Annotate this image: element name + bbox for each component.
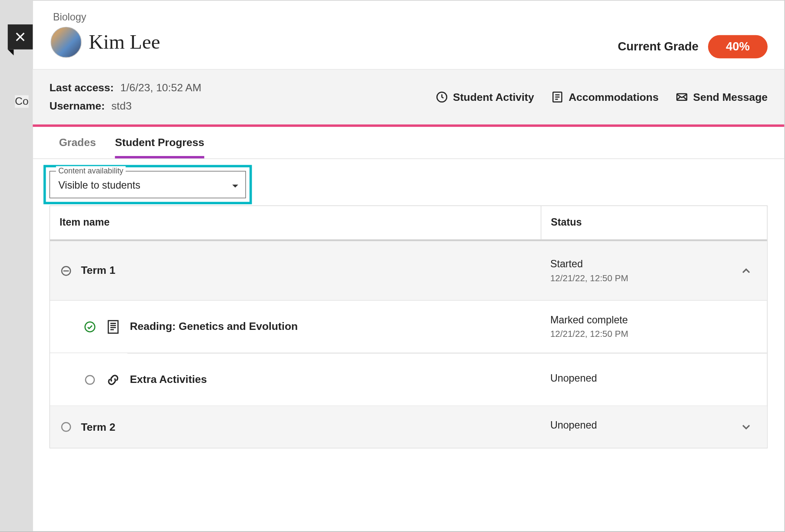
row-name: Term 1 bbox=[81, 264, 115, 277]
table-row: Reading: Genetics and Evolution Marked c… bbox=[50, 301, 767, 353]
circle-empty-icon bbox=[83, 373, 96, 386]
clock-icon bbox=[435, 90, 448, 103]
progress-partial-icon bbox=[60, 264, 73, 277]
username-label: Username: bbox=[50, 100, 105, 112]
table-row: Extra Activities Unopened bbox=[50, 354, 767, 406]
row-status-date: 12/21/22, 12:50 PM bbox=[550, 273, 716, 283]
chevron-down-icon bbox=[740, 420, 753, 433]
svg-point-7 bbox=[86, 375, 94, 384]
close-button[interactable] bbox=[8, 24, 33, 50]
avatar bbox=[50, 27, 81, 58]
last-access-value: 1/6/23, 10:52 AM bbox=[120, 82, 201, 93]
send-message-link[interactable]: Send Message bbox=[675, 90, 767, 103]
expand-toggle[interactable] bbox=[725, 411, 767, 443]
student-activity-label: Student Activity bbox=[453, 91, 534, 103]
tab-grades[interactable]: Grades bbox=[59, 127, 96, 159]
row-status: Unopened bbox=[550, 372, 716, 384]
row-name: Term 2 bbox=[81, 421, 115, 433]
document-icon bbox=[105, 318, 121, 335]
row-name[interactable]: Extra Activities bbox=[130, 373, 207, 386]
svg-point-8 bbox=[62, 422, 70, 431]
username-value: std3 bbox=[111, 100, 132, 112]
current-grade-pill: 40% bbox=[708, 35, 768, 58]
student-progress-panel: Biology Kim Lee Current Grade 40% Last a… bbox=[33, 0, 785, 532]
row-name[interactable]: Reading: Genetics and Evolution bbox=[130, 320, 298, 333]
svg-rect-4 bbox=[63, 270, 69, 271]
svg-rect-6 bbox=[108, 320, 118, 333]
student-name: Kim Lee bbox=[89, 31, 160, 53]
close-button-shadow bbox=[8, 50, 14, 56]
table-row: Term 2 Unopened bbox=[50, 406, 767, 448]
content-availability-select[interactable]: Content availability Visible to students bbox=[50, 171, 246, 198]
current-grade-label: Current Grade bbox=[618, 40, 699, 54]
accommodations-link[interactable]: Accommodations bbox=[551, 90, 659, 103]
background-obscured-panel: Co bbox=[0, 0, 33, 532]
panel-header: Biology Kim Lee Current Grade 40% bbox=[33, 0, 784, 69]
content-availability-legend: Content availability bbox=[56, 166, 126, 175]
circle-empty-icon bbox=[60, 420, 73, 433]
chevron-down-icon bbox=[232, 184, 238, 187]
student-activity-link[interactable]: Student Activity bbox=[435, 90, 534, 103]
tab-bar: Grades Student Progress bbox=[33, 127, 784, 159]
accommodations-label: Accommodations bbox=[569, 91, 659, 103]
list-icon bbox=[551, 90, 564, 103]
row-status-date: 12/21/22, 12:50 PM bbox=[550, 329, 716, 339]
link-icon bbox=[105, 371, 121, 388]
col-item-name: Item name bbox=[50, 206, 541, 239]
send-message-label: Send Message bbox=[693, 91, 768, 103]
col-status: Status bbox=[541, 206, 725, 239]
content-availability-value: Visible to students bbox=[58, 180, 140, 192]
progress-table: Item name Status Term 1 Started 12/21/22… bbox=[50, 206, 768, 449]
envelope-icon bbox=[675, 90, 688, 103]
check-circle-icon bbox=[83, 320, 96, 333]
table-row: Term 1 Started 12/21/22, 12:50 PM bbox=[50, 241, 767, 301]
row-status: Marked complete bbox=[550, 314, 716, 326]
tab-student-progress[interactable]: Student Progress bbox=[115, 127, 204, 159]
course-name: Biology bbox=[53, 11, 160, 23]
close-icon bbox=[14, 30, 27, 43]
info-bar: Last access: 1/6/23, 10:52 AM Username: … bbox=[33, 69, 784, 127]
row-status: Unopened bbox=[550, 420, 716, 432]
last-access-label: Last access: bbox=[50, 82, 114, 93]
table-header-row: Item name Status bbox=[50, 206, 767, 241]
row-status: Started bbox=[550, 259, 716, 270]
collapse-toggle[interactable] bbox=[725, 255, 767, 287]
svg-point-5 bbox=[85, 322, 95, 332]
obscured-text: Co bbox=[15, 95, 29, 108]
chevron-up-icon bbox=[740, 264, 753, 277]
content-availability-highlight: Content availability Visible to students bbox=[43, 165, 252, 204]
